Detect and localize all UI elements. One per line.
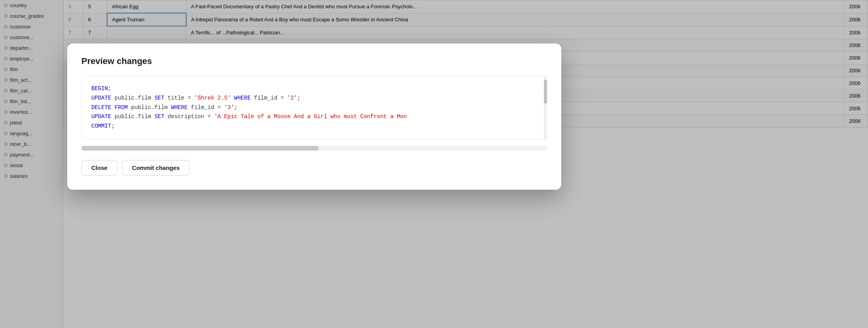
value-2: '2' bbox=[287, 95, 297, 101]
code-line-1: BEGIN; bbox=[91, 84, 537, 94]
commit-changes-button[interactable]: Commit changes bbox=[122, 160, 190, 175]
value-shrek: 'Shrek 2.5' bbox=[194, 95, 230, 101]
code-container: BEGIN; UPDATE public.film SET title = 'S… bbox=[81, 76, 547, 139]
preview-changes-modal: Preview changes BEGIN; UPDATE public.fil… bbox=[67, 43, 561, 190]
keyword-delete: DELETE bbox=[91, 104, 111, 111]
value-3: '3' bbox=[224, 104, 234, 111]
modal-buttons: Close Commit changes bbox=[81, 160, 547, 175]
keyword-update: UPDATE bbox=[91, 95, 111, 101]
code-scrollbar-thumb[interactable] bbox=[544, 80, 547, 104]
code-line-5: COMMIT; bbox=[91, 122, 537, 131]
code-line-2: UPDATE public.film SET title = 'Shrek 2.… bbox=[91, 94, 537, 103]
keyword-from: FROM bbox=[115, 104, 128, 111]
value-description: 'A Epic Tale of a Moose And a Girl who m… bbox=[214, 113, 407, 120]
horizontal-scrollbar[interactable] bbox=[81, 146, 547, 151]
keyword-where2: WHERE bbox=[171, 104, 188, 111]
modal-title: Preview changes bbox=[81, 56, 547, 66]
keyword-where: WHERE bbox=[234, 95, 251, 101]
code-block: BEGIN; UPDATE public.film SET title = 'S… bbox=[81, 76, 547, 139]
keyword-set2: SET bbox=[155, 113, 164, 120]
keyword-update2: UPDATE bbox=[91, 113, 111, 120]
code-line-4: UPDATE public.film SET description = 'A … bbox=[91, 112, 537, 122]
keyword-begin: BEGIN bbox=[91, 85, 108, 92]
keyword-set: SET bbox=[155, 95, 164, 101]
scrollbar-thumb[interactable] bbox=[81, 146, 319, 151]
close-button[interactable]: Close bbox=[81, 160, 117, 175]
code-scrollbar[interactable] bbox=[544, 76, 547, 139]
keyword-commit: COMMIT bbox=[91, 123, 111, 129]
code-line-3: DELETE FROM public.film WHERE film_id = … bbox=[91, 103, 537, 113]
